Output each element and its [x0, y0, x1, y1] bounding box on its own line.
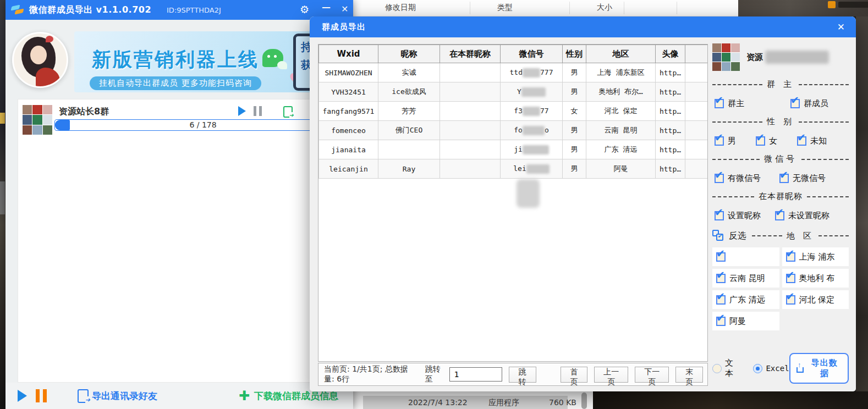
last-page-button[interactable]: 末页 [675, 367, 703, 383]
checkbox-region[interactable]: ✔ [716, 295, 726, 305]
cell-group-nickname [440, 102, 501, 121]
censored-block [523, 145, 549, 154]
col-avatar[interactable]: 头像 [656, 45, 685, 63]
cell-group-nickname [440, 159, 501, 179]
cell-wechat-id: lei [501, 159, 563, 179]
table-row[interactable]: leicanjin Ray lei 男 阿曼 http… [319, 159, 708, 179]
desktop-texture [0, 113, 5, 124]
checkbox-region[interactable]: ✔ [786, 252, 795, 262]
cell-group-nickname [440, 121, 501, 140]
table-row[interactable]: jianaita ji 男 广东 清远 http… [319, 140, 708, 159]
checkbox-no-wechat[interactable]: ✔ [779, 174, 789, 183]
section-gender-title: 性 别 [712, 117, 849, 127]
pause-button[interactable] [254, 106, 262, 116]
table-row[interactable]: fangfang9571 芳芳 f377 女 河北 保定 http… [319, 102, 708, 121]
file-explorer-list: 2022/7/4 13:22 应用程序 760 KB [353, 391, 593, 409]
checkbox-male[interactable]: ✔ [715, 136, 724, 146]
checkbox-region[interactable]: ✔ [716, 274, 726, 283]
col-wechat-id[interactable]: 微信号 [501, 45, 563, 63]
col-wxid[interactable]: Wxid [319, 45, 378, 63]
progress-bar: 6 / 178 [54, 119, 351, 131]
checkbox-label: 广东 清远 [729, 295, 765, 305]
close-button[interactable]: ✕ [341, 4, 348, 14]
column-divider [470, 2, 470, 14]
col-nickname[interactable]: 昵称 [378, 45, 440, 63]
col-group-nickname[interactable]: 在本群昵称 [440, 45, 501, 63]
game-window-right [856, 16, 868, 391]
region-cell-guangdong[interactable]: ✔ 广东 清远 [712, 290, 779, 309]
censored-block [523, 68, 540, 78]
export-contacts-button[interactable]: 导出通讯录好友 [92, 390, 157, 402]
table-row[interactable]: YVH32451 ice欲成风 Y 男 奥地利 布尔… http… [319, 82, 708, 102]
members-table-container: Wxid 昵称 在本群昵称 微信号 性别 地区 头像 SHIMAWOZHEN 实… [318, 44, 708, 362]
checkbox-has-nickname[interactable]: ✔ [715, 211, 724, 220]
prev-page-button[interactable]: 上一页 [594, 367, 628, 383]
region-cell-austria[interactable]: ✔ 奥地利 布 [782, 269, 849, 288]
section-nickname-title: 在本群昵称 [712, 191, 849, 202]
banner-subline: 挂机自动导出群成员 更多功能扫码咨询 [90, 76, 261, 90]
explorer-column-date[interactable]: 修改日期 [385, 3, 416, 13]
pause-all-button[interactable] [36, 389, 47, 402]
export-group-icon[interactable] [283, 106, 293, 118]
cell-region: 阿曼 [586, 159, 656, 179]
checkbox-region[interactable]: ✔ [786, 274, 795, 283]
radio-label: 文本 [725, 358, 741, 379]
censored-block [521, 87, 546, 97]
checkbox-has-wechat[interactable]: ✔ [715, 174, 724, 183]
next-page-button[interactable]: 下一页 [635, 367, 669, 383]
checkbox-member[interactable]: ✔ [790, 99, 800, 108]
checkbox-unknown[interactable]: ✔ [797, 136, 806, 146]
censored-block [523, 107, 540, 116]
col-region[interactable]: 地区 [586, 45, 656, 63]
cell-avatar-url: http… [656, 159, 685, 179]
export-contacts-icon[interactable] [78, 389, 89, 403]
cell-wxid: jianaita [319, 140, 378, 159]
radio-excel-format[interactable] [753, 364, 762, 373]
cell-wxid: fomenceo [319, 121, 378, 140]
region-cell-oman[interactable]: ✔ 阿曼 [712, 312, 779, 330]
main-titlebar: 微信群成员导出 v1.1.0.702 ID:9SPTTHDA2J ⚙ — ✕ [6, 0, 353, 20]
checkbox-female[interactable]: ✔ [756, 136, 765, 146]
cell-extra [685, 102, 708, 121]
section-region-title: 地 区 [752, 231, 849, 241]
dialog-close-button[interactable]: ✕ [837, 21, 845, 32]
table-row[interactable]: SHIMAWOZHEN 实诚 ttd777 男 上海 浦东新区 http… [319, 63, 708, 82]
checkbox-region[interactable]: ✔ [786, 295, 795, 305]
column-divider [624, 2, 624, 14]
checkbox-owner[interactable]: ✔ [715, 99, 724, 108]
settings-gear-icon[interactable]: ⚙ [300, 3, 309, 15]
cell-extra [685, 140, 708, 159]
checkbox-region[interactable]: ✔ [716, 317, 726, 326]
cell-wechat-id: ttd777 [501, 63, 563, 82]
play-button[interactable] [238, 106, 246, 116]
region-cell-shanghai[interactable]: ✔ 上海 浦东 [782, 247, 849, 266]
cell-avatar-url: http… [656, 140, 685, 159]
jump-page-input[interactable] [449, 367, 502, 382]
play-all-button[interactable] [18, 390, 27, 402]
export-data-button[interactable]: 导出数据 [789, 353, 849, 384]
checkbox-label: 河北 保定 [799, 295, 835, 305]
explorer-column-size[interactable]: 大小 [597, 3, 612, 13]
region-cell-hebei[interactable]: ✔ 河北 保定 [782, 290, 849, 309]
cell-region: 奥地利 布尔… [586, 82, 656, 102]
cell-avatar-url: http… [656, 82, 685, 102]
game-text-smudge [838, 2, 868, 8]
explorer-column-type[interactable]: 类型 [497, 3, 513, 13]
invert-selection-icon[interactable] [712, 230, 724, 242]
radio-text-format[interactable] [712, 364, 722, 373]
checkbox-no-nickname[interactable]: ✔ [775, 211, 784, 220]
invert-selection-button[interactable]: 反选 [729, 230, 746, 242]
region-cell-blank[interactable]: ✔ [712, 247, 779, 266]
col-gender[interactable]: 性别 [563, 45, 586, 63]
group-list-panel: 资源站长8群 6 / 178 [18, 99, 353, 383]
explorer-scrollbar[interactable] [581, 393, 587, 409]
minimize-button[interactable]: — [322, 2, 331, 12]
checkbox-label: 阿曼 [729, 316, 746, 327]
checkbox-region[interactable]: ✔ [716, 252, 726, 262]
col-extra[interactable] [685, 45, 708, 63]
jump-button[interactable]: 跳转 [509, 367, 536, 383]
region-cell-yunnan[interactable]: ✔ 云南 昆明 [712, 269, 779, 288]
checkbox-label: 设置昵称 [728, 211, 761, 221]
first-page-button[interactable]: 首页 [561, 367, 588, 383]
table-row[interactable]: fomenceo 佛门CEO foo 男 云南 昆明 http… [319, 121, 708, 140]
